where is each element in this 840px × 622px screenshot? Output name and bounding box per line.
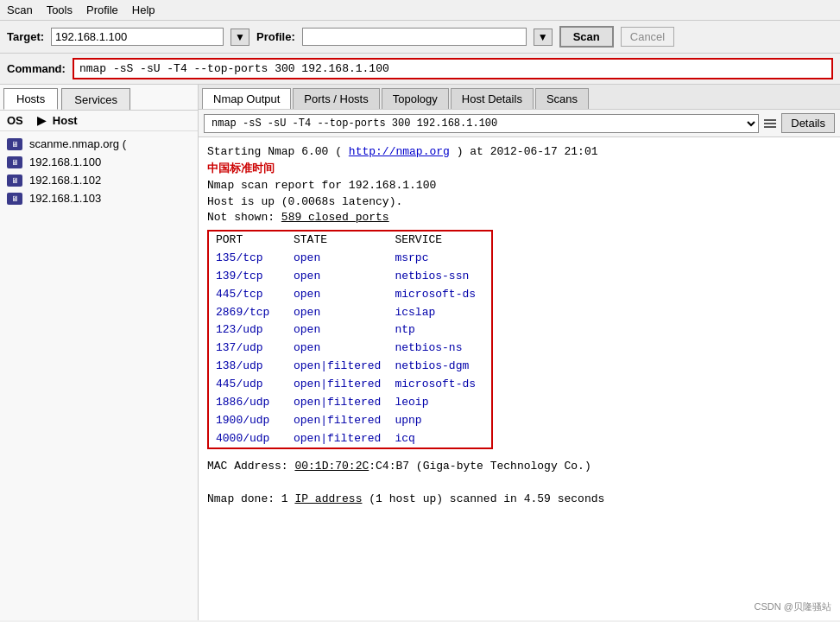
state-3: open	[287, 304, 388, 322]
os-column-label: OS	[7, 114, 23, 127]
main-layout: Hosts Services OS ▶ Host 🖥 scanme.nmap.o…	[0, 85, 840, 620]
profile-input[interactable]	[302, 28, 527, 46]
host-item-2[interactable]: 🖥 192.168.1.102	[0, 171, 198, 189]
right-tabs: Nmap Output Ports / Hosts Topology Host …	[199, 85, 840, 110]
table-row: 1886/udpopen|filteredleoip	[209, 394, 491, 412]
nmap-link[interactable]: http://nmap.org	[349, 145, 450, 158]
list-icon[interactable]	[764, 119, 776, 128]
right-panel: Nmap Output Ports / Hosts Topology Host …	[199, 85, 840, 620]
target-dropdown[interactable]: ▼	[231, 29, 249, 46]
state-4: open	[287, 321, 388, 340]
host-item-3[interactable]: 🖥 192.168.1.103	[0, 189, 198, 207]
port-table-wrapper: PORT STATE SERVICE 135/tcpopenmsrpc 139/…	[207, 230, 493, 449]
menu-scan[interactable]: Scan	[7, 3, 33, 16]
host-column-label: Host	[53, 114, 78, 127]
state-2: open	[287, 286, 388, 304]
service-10: icq	[388, 430, 491, 448]
command-bar: Command:	[0, 54, 840, 85]
menu-tools[interactable]: Tools	[47, 3, 73, 16]
service-1: netbios-ssn	[388, 268, 491, 286]
profile-dropdown[interactable]: ▼	[534, 29, 553, 46]
left-panel: Hosts Services OS ▶ Host 🖥 scanme.nmap.o…	[0, 85, 199, 620]
tab-topology[interactable]: Topology	[382, 88, 449, 109]
col-state: STATE	[287, 232, 388, 250]
command-input[interactable]	[73, 58, 833, 79]
service-4: ntp	[388, 321, 491, 340]
output-line-3: Nmap scan report for 192.168.1.100	[207, 178, 831, 194]
output-line-1: Starting Nmap 6.00 ( http://nmap.org ) a…	[207, 144, 831, 161]
triangle-icon: ▶	[37, 114, 46, 127]
col-port: PORT	[209, 232, 287, 250]
port-4: 123/udp	[209, 321, 287, 340]
tab-scans[interactable]: Scans	[535, 88, 589, 109]
target-label: Target:	[7, 30, 44, 43]
host-name-1: 192.168.1.100	[29, 156, 101, 168]
host-icon-3: 🖥	[7, 193, 22, 205]
table-row: 139/tcpopennetbios-ssn	[209, 268, 491, 286]
cancel-button[interactable]: Cancel	[621, 27, 674, 47]
port-3: 2869/tcp	[209, 304, 287, 322]
command-label: Command:	[7, 62, 66, 75]
details-button[interactable]: Details	[781, 113, 835, 133]
table-row: 2869/tcpopenicslap	[209, 304, 491, 322]
state-10: open|filtered	[287, 430, 388, 448]
host-name-2: 192.168.1.102	[29, 174, 101, 187]
service-8: leoip	[388, 394, 491, 412]
table-row: 445/udpopen|filteredmicrosoft-ds	[209, 376, 491, 394]
output-line-4: Host is up (0.0068s latency).	[207, 194, 831, 211]
service-2: microsoft-ds	[388, 286, 491, 304]
port-8: 1886/udp	[209, 394, 287, 412]
state-8: open|filtered	[287, 394, 388, 412]
tab-hosts[interactable]: Hosts	[3, 88, 58, 110]
service-6: netbios-dgm	[388, 358, 491, 376]
port-1: 139/tcp	[209, 268, 287, 286]
menu-help[interactable]: Help	[132, 3, 155, 16]
nmap-done-line: Nmap done: 1 IP address (1 host up) scan…	[207, 492, 831, 508]
port-10: 4000/udp	[209, 430, 287, 448]
tab-nmap-output[interactable]: Nmap Output	[202, 88, 291, 109]
state-0: open	[287, 250, 388, 268]
tab-services[interactable]: Services	[61, 88, 130, 110]
table-row: 4000/udpopen|filteredicq	[209, 430, 491, 448]
chinese-text: 中国标准时间	[207, 162, 275, 175]
host-icon-1: 🖥	[7, 156, 22, 168]
port-9: 1900/udp	[209, 412, 287, 430]
not-shown-text: Not shown:	[207, 211, 281, 224]
state-1: open	[287, 268, 388, 286]
table-row: 1900/udpopen|filteredupnp	[209, 412, 491, 430]
closed-ports-count: 589 closed ports	[281, 211, 389, 224]
table-row: 135/tcpopenmsrpc	[209, 250, 491, 268]
port-0: 135/tcp	[209, 250, 287, 268]
host-list: 🖥 scanme.nmap.org ( 🖥 192.168.1.100 🖥 19…	[0, 131, 198, 620]
watermark: CSDN @贝隆骚站	[755, 600, 831, 613]
scan-button[interactable]: Scan	[559, 26, 614, 48]
tab-host-details[interactable]: Host Details	[451, 88, 534, 109]
left-panel-tabs: Hosts Services	[0, 85, 198, 111]
port-6: 138/udp	[209, 358, 287, 376]
service-5: netbios-ns	[388, 340, 491, 358]
table-row: 137/udpopennetbios-ns	[209, 340, 491, 358]
host-item-0[interactable]: 🖥 scanme.nmap.org (	[0, 135, 198, 153]
tab-ports-hosts[interactable]: Ports / Hosts	[293, 88, 379, 109]
port-table: PORT STATE SERVICE 135/tcpopenmsrpc 139/…	[209, 232, 491, 447]
output-line-chinese: 中国标准时间	[207, 161, 831, 178]
state-5: open	[287, 340, 388, 358]
state-7: open|filtered	[287, 376, 388, 394]
table-row: 445/tcpopenmicrosoft-ds	[209, 286, 491, 304]
output-toolbar: nmap -sS -sU -T4 --top-ports 300 192.168…	[199, 110, 840, 137]
host-item-1[interactable]: 🖥 192.168.1.100	[0, 153, 198, 171]
host-icon-2: 🖥	[7, 175, 22, 187]
toolbar: Target: ▼ Profile: ▼ Scan Cancel	[0, 21, 840, 54]
output-line-5: Not shown: 589 closed ports	[207, 210, 831, 226]
output-command-select[interactable]: nmap -sS -sU -T4 --top-ports 300 192.168…	[204, 114, 759, 133]
menu-profile[interactable]: Profile	[86, 3, 118, 16]
mac-address-part1: 00:1D:70:2C	[294, 460, 369, 473]
host-icon-0: 🖥	[7, 138, 22, 150]
table-row: 123/udpopenntp	[209, 321, 491, 340]
ip-address-text: IP address	[294, 492, 362, 505]
host-name-0: scanme.nmap.org (	[29, 137, 126, 150]
port-table-header: PORT STATE SERVICE	[209, 232, 491, 250]
target-input[interactable]	[51, 28, 224, 46]
port-7: 445/udp	[209, 376, 287, 394]
col-service: SERVICE	[388, 232, 491, 250]
